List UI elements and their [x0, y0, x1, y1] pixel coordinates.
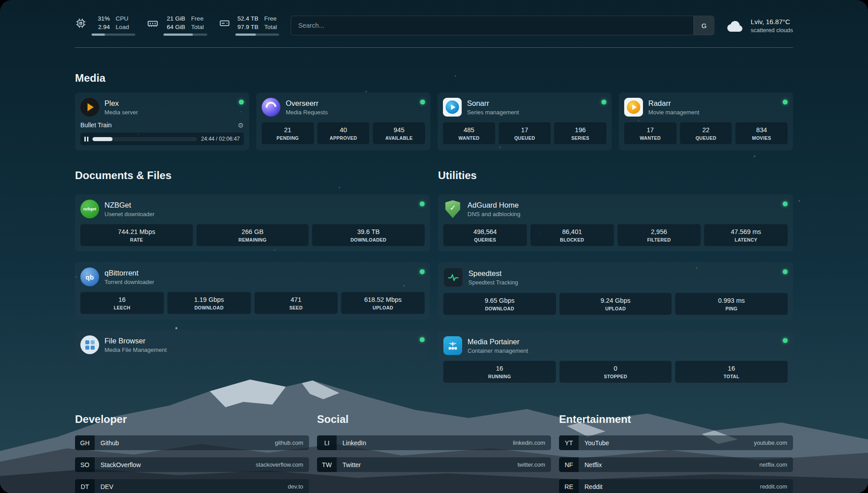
stat-remaining: 266 GB REMAINING — [196, 224, 309, 246]
cpu-widget: 31% CPU 2.94 Load — [75, 15, 135, 36]
service-name: Speedtest — [468, 269, 518, 278]
bookmark-name: Netflix — [584, 461, 602, 468]
bookmark-url: twitter.com — [517, 461, 545, 468]
section-title-developer: Developer — [75, 413, 309, 426]
stat-rate: 744.21 Mbps RATE — [80, 224, 193, 246]
bookmark-netflix[interactable]: NF Netflix netflix.com — [559, 457, 793, 472]
status-dot — [420, 100, 425, 104]
service-desc: Container management — [467, 347, 528, 354]
stat-available: 945 AVAILABLE — [373, 122, 425, 144]
section-title-utilities: Utilities — [438, 169, 793, 182]
playback-time: 24:44 / 02:06:47 — [201, 136, 240, 142]
stat-queries: 498,564 QUERIES — [443, 224, 527, 246]
service-card-adguard[interactable]: ✓ AdGuard Home DNS and adblocking 498,56… — [438, 194, 793, 251]
status-dot — [239, 100, 244, 104]
bookmark-reddit[interactable]: RE Reddit reddit.com — [559, 479, 793, 493]
cpu-load-label: Load — [116, 24, 135, 31]
dashboard-screen: 31% CPU 2.94 Load — [0, 0, 868, 493]
stat-movies: 834 MOVIES — [735, 122, 788, 144]
plex-icon — [80, 98, 99, 117]
bookmark-stackoverflow[interactable]: SO StackOverflow stackoverflow.com — [75, 457, 309, 472]
bookmark-abbr: SO — [75, 457, 95, 472]
service-name: Plex — [104, 99, 138, 108]
plex-player-bar: 24:44 / 02:06:47 — [80, 133, 244, 145]
bookmark-url: dev.to — [288, 483, 303, 490]
stat-wanted: 485 WANTED — [443, 122, 495, 144]
service-card-sonarr[interactable]: Sonarr Series management 485 WANTED 17 Q… — [438, 92, 612, 150]
stat-download: 1.19 Gbps DOWNLOAD — [167, 292, 251, 314]
bookmark-name: YouTube — [584, 439, 609, 447]
status-dot — [783, 201, 788, 206]
service-card-overseerr[interactable]: Overseerr Media Requests 21 PENDING 40 A… — [256, 92, 430, 150]
bookmark-name: DEV — [100, 483, 113, 490]
pause-icon — [84, 137, 88, 142]
disk-total-value: 97.9 TB — [235, 24, 259, 31]
stat-queued: 17 QUEUED — [499, 122, 551, 144]
search-input[interactable] — [291, 16, 693, 35]
bookmark-url: linkedin.com — [513, 439, 545, 446]
bookmarks-entertainment: Entertainment YT YouTube youtube.com NF … — [559, 413, 793, 493]
stat-download: 9.65 Gbps DOWNLOAD — [443, 293, 556, 315]
bookmark-youtube[interactable]: YT YouTube youtube.com — [559, 435, 793, 450]
memory-free-label: Free — [191, 15, 207, 22]
service-card-nzbget[interactable]: nzbget NZBGet Usenet downloader 744.21 M… — [75, 194, 430, 251]
weather-condition: scattered clouds — [751, 27, 793, 33]
service-desc: Media server — [104, 109, 138, 116]
bookmark-dev[interactable]: DT DEV dev.to — [75, 479, 309, 493]
radarr-icon — [624, 98, 643, 117]
bookmark-name: StackOverflow — [100, 461, 141, 468]
status-dot — [601, 100, 606, 104]
service-desc: Media File Management — [104, 347, 167, 353]
memory-progress-bar — [163, 33, 207, 36]
service-name: qBittorrent — [104, 269, 154, 277]
stat-upload: 618.52 Mbps UPLOAD — [341, 292, 425, 314]
service-name: Radarr — [648, 99, 699, 108]
cloud-icon — [726, 18, 745, 33]
stat-queued: 22 QUEUED — [680, 122, 732, 144]
search-provider-button[interactable]: G — [693, 16, 714, 35]
bookmark-url: stackoverflow.com — [256, 461, 303, 468]
disk-widget: 52.4 TB Free 97.9 TB Total — [219, 15, 279, 36]
stat-upload: 9.24 Gbps UPLOAD — [559, 293, 672, 315]
service-desc: Movie management — [648, 109, 699, 116]
memory-widget: 21 GiB Free 64 GiB Total — [147, 15, 207, 36]
service-desc: Torrent downloader — [104, 279, 154, 285]
service-card-filebrowser[interactable]: File Browser Media File Management — [75, 330, 430, 359]
service-desc: Series management — [467, 109, 519, 116]
sonarr-icon — [443, 98, 462, 117]
memory-ram-icon — [147, 17, 159, 29]
bookmark-twitter[interactable]: TW Twitter twitter.com — [317, 457, 551, 472]
section-utilities: Utilities ✓ AdGuard Home DNS and adblock… — [438, 169, 793, 388]
settings-gear-icon[interactable]: ⚙ — [238, 122, 244, 129]
service-name: AdGuard Home — [467, 201, 521, 209]
portainer-icon — [443, 336, 462, 355]
bookmark-name: Github — [100, 439, 119, 447]
bookmark-name: Twitter — [342, 461, 361, 468]
bookmark-url: reddit.com — [760, 483, 787, 490]
bookmarks-developer: Developer GH Github github.com SO StackO… — [75, 413, 309, 493]
service-name: Sonarr — [467, 99, 519, 108]
filebrowser-icon — [80, 335, 99, 354]
status-dot — [420, 201, 425, 206]
stat-leech: 16 LEECH — [80, 292, 164, 314]
stat-series: 196 SERIES — [554, 122, 606, 144]
section-documents: Documents & Files nzbget NZBGet Usenet d… — [75, 169, 430, 388]
header-divider — [75, 47, 793, 48]
service-card-portainer[interactable]: Media Portainer Container management 16 … — [438, 331, 793, 388]
bookmark-url: youtube.com — [754, 439, 787, 446]
service-card-radarr[interactable]: Radarr Movie management 17 WANTED 22 QUE… — [619, 92, 793, 150]
service-card-speedtest[interactable]: Speedtest Speedtest Tracking 9.65 Gbps D… — [438, 262, 793, 320]
weather-widget: Lviv, 16.87°C scattered clouds — [726, 18, 793, 33]
dashboard-content: 31% CPU 2.94 Load — [0, 0, 868, 493]
bookmark-url: github.com — [275, 439, 303, 446]
status-dot — [420, 269, 425, 274]
service-card-qbittorrent[interactable]: qb qBittorrent Torrent downloader 16 LEE… — [75, 262, 430, 319]
service-card-plex[interactable]: Plex Media server Bullet Train ⚙ 24:44 /… — [75, 92, 249, 150]
bookmark-github[interactable]: GH Github github.com — [75, 435, 309, 450]
bookmark-linkedin[interactable]: LI LinkedIn linkedin.com — [317, 435, 551, 450]
bookmark-abbr: GH — [75, 435, 95, 450]
section-title-entertainment: Entertainment — [559, 413, 793, 426]
resource-widgets: 31% CPU 2.94 Load — [75, 15, 279, 36]
memory-free-value: 21 GiB — [163, 15, 185, 22]
section-media: Media Plex Media server Bullet Train — [75, 72, 793, 150]
